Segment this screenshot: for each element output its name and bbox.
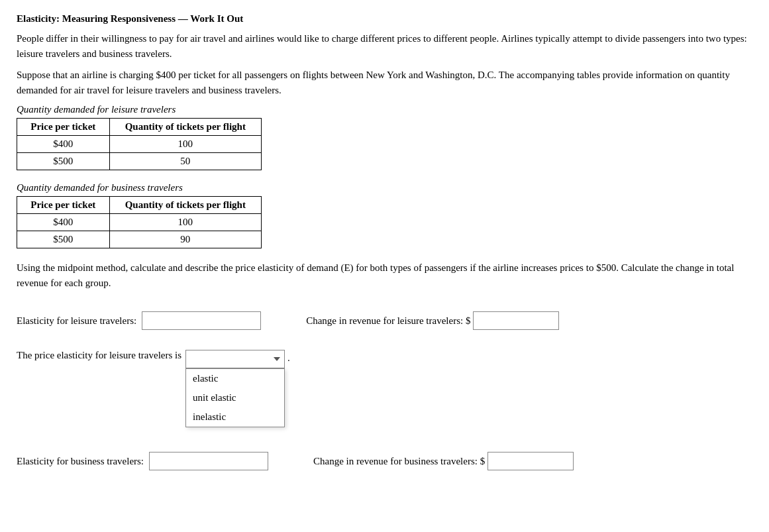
business-table-label: Quantity demanded for business travelers: [17, 182, 752, 193]
elasticity-dropdown[interactable]: elastic unit elastic inelastic: [185, 350, 285, 368]
business-qty-2: 90: [109, 231, 261, 248]
business-row-2: $500 90: [17, 231, 262, 248]
leisure-elasticity-label: Elasticity for leisure travelers:: [17, 315, 136, 327]
leisure-price-1: $400: [17, 136, 110, 153]
business-col-price: Price per ticket: [17, 197, 110, 214]
leisure-elasticity-input[interactable]: [142, 311, 261, 330]
leisure-row-1: $400 100: [17, 136, 262, 153]
leisure-revenue-section: Change in revenue for leisure travelers:…: [306, 311, 559, 330]
business-elasticity-input[interactable]: [149, 452, 268, 470]
business-row-1: $400 100: [17, 214, 262, 231]
leisure-qty-1: 100: [109, 136, 261, 153]
business-table: Price per ticket Quantity of tickets per…: [17, 196, 262, 248]
option-elastic[interactable]: elastic: [186, 369, 284, 388]
business-qty-1: 100: [109, 214, 261, 231]
leisure-row-2: $500 50: [17, 153, 262, 170]
question-text: Using the midpoint method, calculate and…: [17, 260, 752, 290]
business-elasticity-row: Elasticity for business travelers: Chang…: [17, 452, 752, 470]
page-title: Elasticity: Measuring Responsiveness — W…: [17, 13, 752, 25]
business-revenue-label: Change in revenue for business travelers…: [313, 456, 485, 467]
option-unit-elastic[interactable]: unit elastic: [186, 388, 284, 407]
leisure-table-label: Quantity demanded for leisure travelers: [17, 104, 752, 115]
business-revenue-input[interactable]: [487, 452, 574, 470]
business-price-2: $500: [17, 231, 110, 248]
business-revenue-section: Change in revenue for business travelers…: [313, 452, 574, 470]
leisure-table: Price per ticket Quantity of tickets per…: [17, 118, 262, 170]
leisure-revenue-label: Change in revenue for leisure travelers:…: [306, 315, 470, 327]
business-price-1: $400: [17, 214, 110, 231]
leisure-price-2: $500: [17, 153, 110, 170]
business-col-qty: Quantity of tickets per flight: [109, 197, 261, 214]
elasticity-dropdown-open: elastic unit elastic inelastic: [185, 368, 285, 427]
leisure-qty-2: 50: [109, 153, 261, 170]
elasticity-sentence-suffix: .: [287, 352, 290, 364]
business-elasticity-label: Elasticity for business travelers:: [17, 456, 144, 467]
leisure-revenue-input[interactable]: [473, 311, 559, 330]
elasticity-sentence-row: The price elasticity for leisure travele…: [17, 350, 752, 368]
leisure-col-price: Price per ticket: [17, 119, 110, 136]
leisure-elasticity-row: Elasticity for leisure travelers: Change…: [17, 311, 752, 330]
option-inelastic[interactable]: inelastic: [186, 407, 284, 427]
leisure-col-qty: Quantity of tickets per flight: [109, 119, 261, 136]
intro-paragraph-2: Suppose that an airline is charging $400…: [17, 68, 752, 97]
elasticity-dropdown-container: elastic unit elastic inelastic elastic u…: [185, 350, 285, 368]
intro-paragraph-1: People differ in their willingness to pa…: [17, 31, 752, 61]
elasticity-sentence-prefix: The price elasticity for leisure travele…: [17, 350, 181, 361]
